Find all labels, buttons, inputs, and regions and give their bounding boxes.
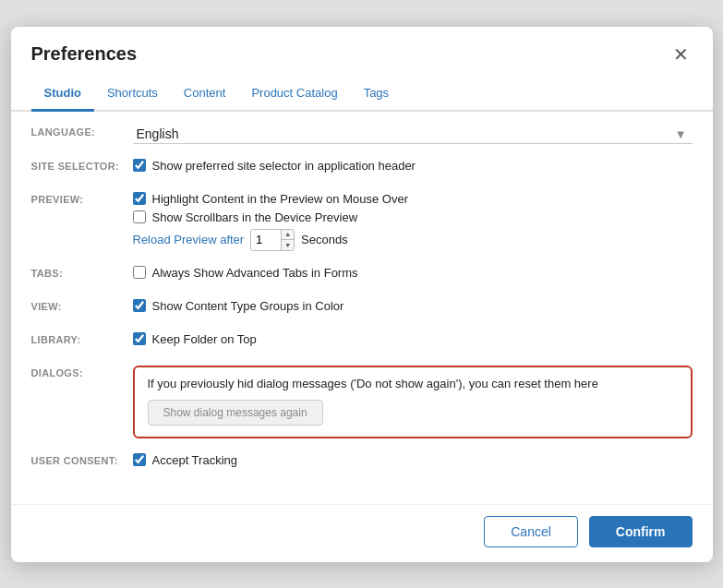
view-content: Show Content Type Groups in Color xyxy=(133,299,693,318)
dialogs-content: If you previously hid dialog messages ('… xyxy=(133,366,693,438)
always-show-row: Always Show Advanced Tabs in Forms xyxy=(133,266,693,280)
reload-spin-up[interactable]: ▲ xyxy=(282,230,294,241)
reload-spinners: ▲ ▼ xyxy=(281,230,294,250)
accept-tracking-label: Accept Tracking xyxy=(152,453,238,467)
tabs-setting-label: TABS: xyxy=(31,266,133,279)
tab-studio[interactable]: Studio xyxy=(31,80,94,112)
accept-tracking-checkbox[interactable] xyxy=(133,453,146,466)
always-show-label: Always Show Advanced Tabs in Forms xyxy=(152,266,358,280)
user-consent-content: Accept Tracking xyxy=(133,453,693,472)
reload-value-input[interactable] xyxy=(251,230,281,250)
keep-folder-checkbox[interactable] xyxy=(133,332,146,345)
show-color-label: Show Content Type Groups in Color xyxy=(152,299,344,313)
always-show-checkbox[interactable] xyxy=(133,266,146,279)
reload-spin-down[interactable]: ▼ xyxy=(282,240,294,250)
tab-product-catalog[interactable]: Product Catalog xyxy=(238,80,350,112)
library-content: Keep Folder on Top xyxy=(133,332,693,351)
show-preferred-row: Show preferred site selector in applicat… xyxy=(133,159,693,173)
language-content: English French German Spanish ▼ xyxy=(133,125,693,144)
language-label: LANGUAGE: xyxy=(31,125,133,138)
dialog-header: Preferences ✕ xyxy=(11,27,713,66)
highlight-checkbox[interactable] xyxy=(133,192,146,205)
library-label: LIBRARY: xyxy=(31,332,133,345)
dialog-footer: Cancel Confirm xyxy=(11,504,713,562)
scrollbars-row: Show Scrollbars in the Device Preview xyxy=(133,210,693,224)
view-label: VIEW: xyxy=(31,299,133,312)
accept-tracking-row: Accept Tracking xyxy=(133,453,693,467)
scrollbars-checkbox[interactable] xyxy=(133,210,146,223)
preview-label: PREVIEW: xyxy=(31,192,133,205)
preferences-dialog: Preferences ✕ Studio Shortcuts Content P… xyxy=(11,27,713,562)
preview-row: PREVIEW: Highlight Content in the Previe… xyxy=(31,192,693,251)
tab-shortcuts[interactable]: Shortcuts xyxy=(94,80,171,112)
view-row: VIEW: Show Content Type Groups in Color xyxy=(31,299,693,318)
tab-content[interactable]: Content xyxy=(171,80,239,112)
show-color-checkbox[interactable] xyxy=(133,299,146,312)
dialog-body: LANGUAGE: English French German Spanish … xyxy=(11,112,713,504)
scrollbars-label: Show Scrollbars in the Device Preview xyxy=(152,210,358,224)
dialogs-label: DIALOGS: xyxy=(31,366,133,378)
user-consent-row: USER CONSENT: Accept Tracking xyxy=(31,453,693,472)
dialogs-box: If you previously hid dialog messages ('… xyxy=(133,366,693,438)
dialogs-row: DIALOGS: If you previously hid dialog me… xyxy=(31,366,693,438)
site-selector-row: SITE SELECTOR: Show preferred site selec… xyxy=(31,159,693,177)
preview-content: Highlight Content in the Preview on Mous… xyxy=(133,192,693,251)
tab-bar: Studio Shortcuts Content Product Catalog… xyxy=(11,69,713,112)
site-selector-content: Show preferred site selector in applicat… xyxy=(133,159,693,177)
show-color-row: Show Content Type Groups in Color xyxy=(133,299,693,313)
close-button[interactable]: ✕ xyxy=(669,43,693,66)
dialog-title: Preferences xyxy=(31,43,138,65)
site-selector-label: SITE SELECTOR: xyxy=(31,159,133,172)
tab-tags[interactable]: Tags xyxy=(351,80,402,112)
language-select-wrap: English French German Spanish ▼ xyxy=(133,125,693,144)
keep-folder-label: Keep Folder on Top xyxy=(152,332,257,346)
keep-folder-row: Keep Folder on Top xyxy=(133,332,693,346)
highlight-label: Highlight Content in the Preview on Mous… xyxy=(152,192,408,206)
library-row: LIBRARY: Keep Folder on Top xyxy=(31,332,693,351)
tabs-setting-row: TABS: Always Show Advanced Tabs in Forms xyxy=(31,266,693,284)
show-preferred-checkbox[interactable] xyxy=(133,159,146,172)
reload-value-wrap: ▲ ▼ xyxy=(250,229,295,251)
reload-row: Reload Preview after ▲ ▼ Seconds xyxy=(133,229,693,251)
confirm-button[interactable]: Confirm xyxy=(589,516,693,547)
dialogs-text: If you previously hid dialog messages ('… xyxy=(148,377,678,390)
language-row: LANGUAGE: English French German Spanish … xyxy=(31,125,693,144)
show-preferred-label: Show preferred site selector in applicat… xyxy=(152,159,416,173)
tabs-setting-content: Always Show Advanced Tabs in Forms xyxy=(133,266,693,284)
user-consent-label: USER CONSENT: xyxy=(31,453,133,466)
seconds-label: Seconds xyxy=(301,233,348,246)
show-dialog-messages-button[interactable]: Show dialog messages again xyxy=(148,400,323,426)
reload-label: Reload Preview after xyxy=(133,233,245,246)
highlight-row: Highlight Content in the Preview on Mous… xyxy=(133,192,693,206)
language-select[interactable]: English French German Spanish xyxy=(133,125,693,144)
cancel-button[interactable]: Cancel xyxy=(484,516,578,547)
